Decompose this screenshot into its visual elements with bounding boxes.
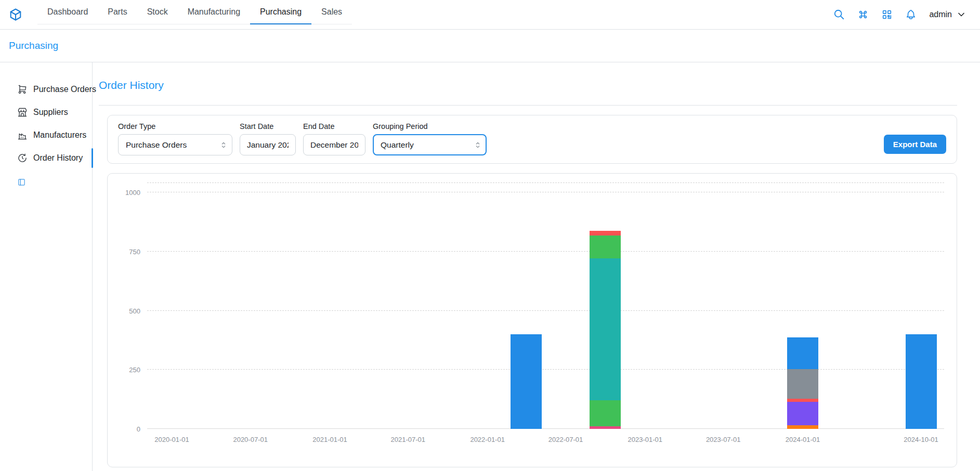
chart-bar bbox=[906, 334, 937, 429]
order-type-select[interactable]: Purchase Orders bbox=[118, 134, 232, 155]
nav-tab-manufacturing[interactable]: Manufacturing bbox=[178, 0, 250, 24]
bar-segment bbox=[590, 426, 621, 429]
x-tick-label: 2020-01-01 bbox=[154, 436, 189, 443]
main-panel: Order History Order Type Purchase Orders… bbox=[93, 62, 980, 471]
gridline bbox=[147, 251, 944, 252]
search-button[interactable] bbox=[833, 9, 845, 20]
end-date-group: End Date bbox=[303, 122, 365, 155]
search-icon bbox=[833, 9, 845, 20]
x-tick-label: 2024-01-01 bbox=[786, 436, 820, 443]
order-type-label: Order Type bbox=[118, 122, 232, 130]
x-tick-label: 2022-01-01 bbox=[470, 436, 505, 443]
sidebar-item-manufacturers[interactable]: Manufacturers bbox=[0, 124, 92, 147]
y-tick-label: 0 bbox=[137, 425, 140, 433]
chart-bar bbox=[590, 231, 621, 429]
nav-tab-sales[interactable]: Sales bbox=[311, 0, 352, 24]
chart-bar bbox=[787, 337, 818, 429]
bar-segment bbox=[590, 258, 621, 400]
bar-segment bbox=[787, 402, 818, 425]
end-date-input[interactable] bbox=[303, 134, 365, 155]
scan-button[interactable] bbox=[881, 9, 893, 20]
x-tick-label: 2022-07-01 bbox=[548, 436, 583, 443]
order-type-value: Purchase Orders bbox=[126, 140, 187, 150]
nav-tab-purchasing[interactable]: Purchasing bbox=[250, 0, 311, 24]
package-icon bbox=[8, 7, 23, 22]
bar-segment bbox=[511, 334, 542, 429]
nav-tab-dashboard[interactable]: Dashboard bbox=[37, 0, 98, 24]
history-icon bbox=[17, 153, 28, 163]
gridline bbox=[147, 310, 944, 311]
order-history-chart-card: 025050075010002020-01-012020-07-012021-0… bbox=[107, 173, 957, 467]
layout-sidebar-icon bbox=[17, 178, 26, 187]
selector-icon bbox=[474, 141, 482, 149]
x-tick-label: 2021-01-01 bbox=[312, 436, 347, 443]
start-date-group: Start Date bbox=[240, 122, 296, 155]
title-divider bbox=[99, 105, 957, 106]
sidebar-item-suppliers[interactable]: Suppliers bbox=[0, 101, 92, 124]
chart-plot: 025050075010002020-01-012020-07-012021-0… bbox=[147, 182, 944, 429]
grouping-period-label: Grouping Period bbox=[373, 122, 487, 130]
bar-segment bbox=[590, 400, 621, 427]
sidebar-item-label: Suppliers bbox=[33, 108, 68, 117]
grouping-period-value: Quarterly bbox=[381, 140, 414, 150]
main-nav-tabs: Dashboard Parts Stock Manufacturing Purc… bbox=[37, 0, 352, 24]
gridline bbox=[147, 369, 944, 370]
app-logo[interactable] bbox=[8, 7, 23, 22]
chart-bar bbox=[511, 334, 542, 429]
command-palette-button[interactable] bbox=[857, 9, 869, 20]
sidebar-item-purchase-orders[interactable]: Purchase Orders bbox=[0, 78, 92, 101]
bell-icon bbox=[905, 9, 917, 20]
chevron-down-icon bbox=[956, 9, 966, 20]
y-tick-label: 1000 bbox=[125, 189, 140, 197]
start-date-input[interactable] bbox=[240, 134, 296, 155]
bar-segment bbox=[787, 369, 818, 399]
sidebar-collapse-button[interactable] bbox=[17, 178, 26, 187]
nav-tab-parts[interactable]: Parts bbox=[98, 0, 137, 24]
qrcode-icon bbox=[881, 9, 893, 20]
page-title: Order History bbox=[99, 79, 957, 91]
bar-segment bbox=[590, 236, 621, 258]
nav-tab-stock[interactable]: Stock bbox=[137, 0, 178, 24]
bar-segment bbox=[787, 425, 818, 429]
breadcrumb: Purchasing bbox=[0, 30, 980, 62]
sidebar-item-label: Purchase Orders bbox=[33, 85, 96, 94]
command-icon bbox=[857, 9, 869, 20]
purchasing-sidebar: Purchase Orders Suppliers Manufacturers … bbox=[0, 62, 93, 471]
x-tick-label: 2023-01-01 bbox=[628, 436, 663, 443]
sidebar-item-label: Manufacturers bbox=[33, 130, 86, 140]
bar-segment bbox=[590, 231, 621, 236]
notifications-button[interactable] bbox=[905, 9, 917, 20]
selector-icon bbox=[219, 141, 228, 149]
x-tick-label: 2020-07-01 bbox=[233, 436, 268, 443]
username: admin bbox=[929, 10, 952, 19]
y-tick-label: 500 bbox=[129, 307, 140, 315]
x-tick-label: 2024-10-01 bbox=[904, 436, 938, 443]
end-date-label: End Date bbox=[303, 122, 365, 130]
content-area: Purchase Orders Suppliers Manufacturers … bbox=[0, 62, 980, 471]
start-date-label: Start Date bbox=[240, 122, 296, 130]
shopping-cart-icon bbox=[17, 84, 28, 95]
y-tick-label: 250 bbox=[129, 366, 140, 374]
y-tick-label: 750 bbox=[129, 247, 140, 255]
gridline bbox=[147, 192, 944, 192]
bar-segment bbox=[906, 334, 937, 429]
gridline bbox=[147, 428, 944, 429]
order-type-group: Order Type Purchase Orders bbox=[118, 122, 232, 155]
factory-icon bbox=[17, 130, 28, 140]
x-tick-label: 2021-07-01 bbox=[391, 436, 426, 443]
grouping-period-group: Grouping Period Quarterly bbox=[373, 122, 487, 155]
breadcrumb-current[interactable]: Purchasing bbox=[9, 40, 58, 51]
top-navbar: Dashboard Parts Stock Manufacturing Purc… bbox=[0, 0, 980, 30]
bar-segment bbox=[787, 337, 818, 369]
user-menu[interactable]: admin bbox=[929, 9, 966, 20]
navbar-actions: admin bbox=[833, 0, 966, 29]
building-store-icon bbox=[17, 107, 28, 117]
x-tick-label: 2023-07-01 bbox=[706, 436, 741, 443]
sidebar-item-label: Order History bbox=[33, 153, 83, 163]
filter-toolbar: Order Type Purchase Orders Start Date En… bbox=[107, 115, 957, 164]
grouping-period-select[interactable]: Quarterly bbox=[373, 134, 487, 155]
export-data-button[interactable]: Export Data bbox=[884, 135, 946, 154]
sidebar-item-order-history[interactable]: Order History bbox=[0, 147, 92, 169]
